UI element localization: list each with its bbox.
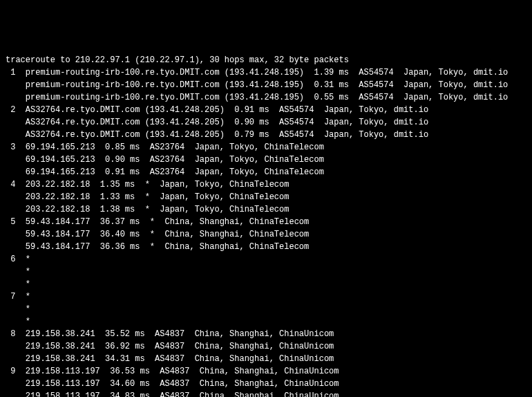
hop-line-first: 3 69.194.165.213 0.85 ms AS23764 Japan, … — [6, 141, 526, 154]
hop-line-first: 8 219.158.38.241 35.52 ms AS4837 China, … — [6, 328, 526, 340]
hop-line-first: 7 * — [6, 290, 526, 303]
hop-line-cont: AS32764.re.tyo.DMIT.com (193.41.248.205)… — [6, 129, 526, 141]
hop-line-first: 5 59.43.184.177 36.37 ms * China, Shangh… — [6, 216, 526, 228]
hop-line-first: 6 * — [6, 253, 526, 266]
traceroute-header: traceroute to 210.22.97.1 (210.22.97.1),… — [6, 54, 526, 66]
hop-line-cont: 219.158.113.197 34.60 ms AS4837 China, S… — [6, 378, 526, 390]
hop-line-first: 9 219.158.113.197 36.53 ms AS4837 China,… — [6, 365, 526, 378]
hop-line-cont: 59.43.184.177 36.36 ms * China, Shanghai… — [6, 241, 526, 253]
hop-line-cont: premium-routing-irb-100.re.tyo.DMIT.com … — [6, 91, 526, 104]
hop-line-cont: AS32764.re.tyo.DMIT.com (193.41.248.205)… — [6, 116, 526, 129]
hop-line-cont: 203.22.182.18 1.38 ms * Japan, Tokyo, Ch… — [6, 203, 526, 216]
hop-line-cont: 219.158.38.241 36.92 ms AS4837 China, Sh… — [6, 340, 526, 353]
hop-line-cont: 219.158.38.241 34.31 ms AS4837 China, Sh… — [6, 353, 526, 365]
hop-line-cont: * — [6, 278, 526, 290]
hop-line-cont: 203.22.182.18 1.33 ms * Japan, Tokyo, Ch… — [6, 191, 526, 203]
hop-line-first: 1 premium-routing-irb-100.re.tyo.DMIT.co… — [6, 66, 526, 79]
hop-line-cont: * — [6, 303, 526, 315]
hop-line-cont: premium-routing-irb-100.re.tyo.DMIT.com … — [6, 79, 526, 91]
hop-line-cont: 59.43.184.177 36.40 ms * China, Shanghai… — [6, 228, 526, 241]
hop-line-cont: * — [6, 315, 526, 328]
hop-line-cont: * — [6, 266, 526, 278]
hop-line-cont: 219.158.113.197 34.83 ms AS4837 China, S… — [6, 390, 526, 397]
hop-line-first: 2 AS32764.re.tyo.DMIT.com (193.41.248.20… — [6, 104, 526, 116]
hop-line-cont: 69.194.165.213 0.90 ms AS23764 Japan, To… — [6, 154, 526, 166]
terminal-output: traceroute to 210.22.97.1 (210.22.97.1),… — [6, 54, 526, 397]
hop-line-first: 4 203.22.182.18 1.35 ms * Japan, Tokyo, … — [6, 178, 526, 191]
hop-line-cont: 69.194.165.213 0.91 ms AS23764 Japan, To… — [6, 166, 526, 178]
